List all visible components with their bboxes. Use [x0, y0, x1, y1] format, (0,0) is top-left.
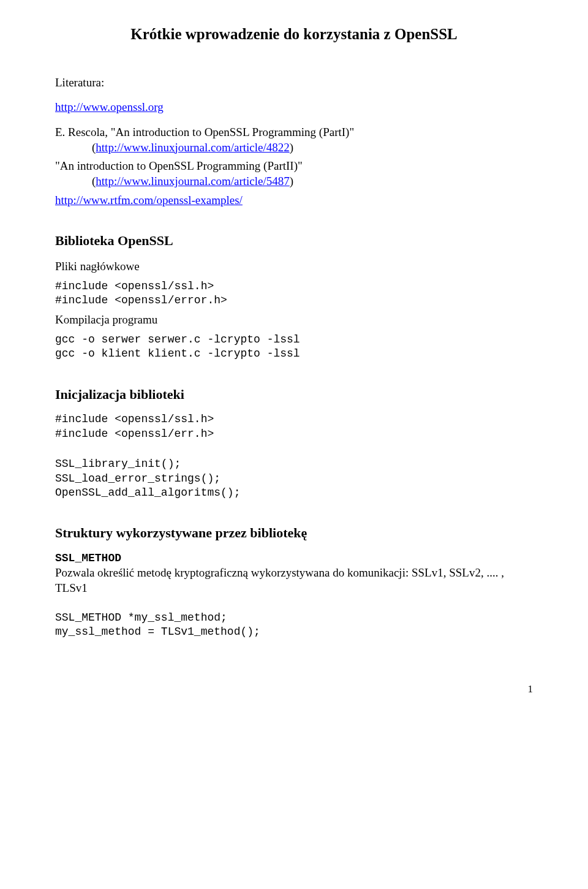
struct-ssl-method-name: SSL_METHOD	[55, 551, 533, 566]
literature-heading: Literatura:	[55, 75, 533, 91]
literature-entry-3-text: "An introduction to OpenSSL Programming …	[55, 159, 303, 172]
literature-entry-3-postlink: )	[290, 175, 293, 187]
section-biblioteka-heading: Biblioteka OpenSSL	[55, 232, 533, 250]
page-number: 1	[55, 683, 533, 696]
code-gcc: gcc -o serwer serwer.c -lcrypto -lssl gc…	[55, 333, 533, 361]
struct-ssl-method-desc: Pozwala określić metodę kryptograficzną …	[55, 566, 533, 596]
literature-link-examples[interactable]: http://www.rtfm.com/openssl-examples/	[55, 194, 243, 206]
section-biblioteka-sub1: Pliki nagłówkowe	[55, 259, 533, 274]
code-includes-1: #include <openssl/ssl.h> #include <opens…	[55, 279, 533, 308]
page-title: Krótkie wprowadzenie do korzystania z Op…	[55, 25, 533, 45]
literature-link-openssl[interactable]: http://www.openssl.org	[55, 100, 164, 113]
code-init-calls: SSL_library_init(); SSL_load_error_strin…	[55, 457, 533, 500]
literature-link-part1[interactable]: http://www.linuxjournal.com/article/4822	[96, 141, 289, 154]
section-struktury-heading: Struktury wykorzystywane przez bibliotek…	[55, 524, 533, 542]
literature-link-part2[interactable]: http://www.linuxjournal.com/article/5487	[96, 175, 289, 187]
code-ssl-method: SSL_METHOD *my_ssl_method; my_ssl_method…	[55, 611, 533, 640]
literature-entry-2-text: E. Rescola, "An introduction to OpenSSL …	[55, 126, 354, 138]
literature-entry-2-postlink: )	[290, 141, 293, 154]
section-inicjalizacja-heading: Inicjalizacja biblioteki	[55, 386, 533, 404]
section-biblioteka-sub2: Kompilacja programu	[55, 312, 533, 328]
code-includes-2: #include <openssl/ssl.h> #include <opens…	[55, 412, 533, 441]
